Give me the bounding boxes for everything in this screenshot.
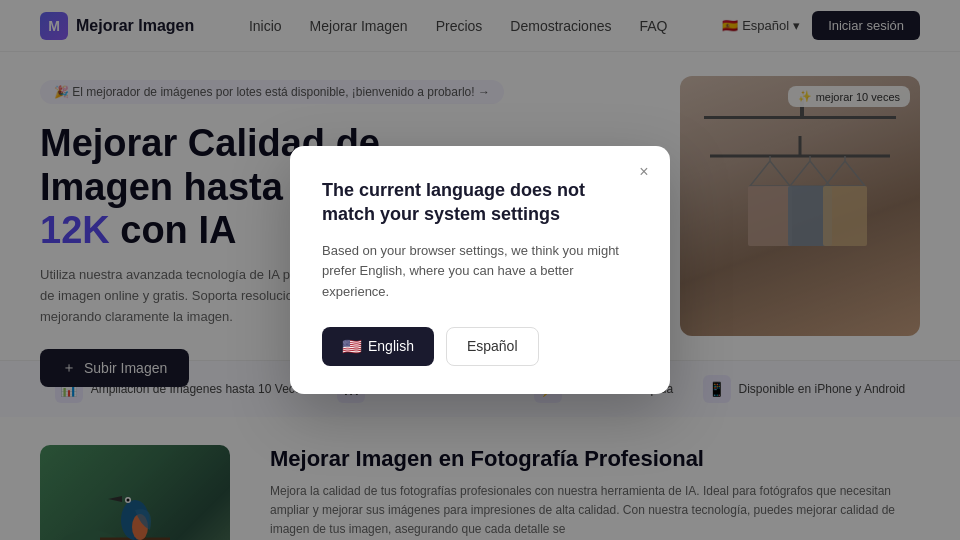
modal-description: Based on your browser settings, we think… [322, 241, 638, 303]
espanol-label: Español [467, 338, 518, 354]
english-button[interactable]: 🇺🇸 English [322, 327, 434, 366]
modal-overlay[interactable]: × The current language does not match yo… [0, 0, 960, 540]
close-icon: × [639, 163, 648, 181]
modal-buttons: 🇺🇸 English Español [322, 327, 638, 366]
modal-close-button[interactable]: × [632, 160, 656, 184]
modal-title: The current language does not match your… [322, 178, 638, 227]
language-modal: × The current language does not match yo… [290, 146, 670, 394]
english-label: English [368, 338, 414, 354]
espanol-button[interactable]: Español [446, 327, 539, 366]
us-flag-icon: 🇺🇸 [342, 337, 362, 356]
